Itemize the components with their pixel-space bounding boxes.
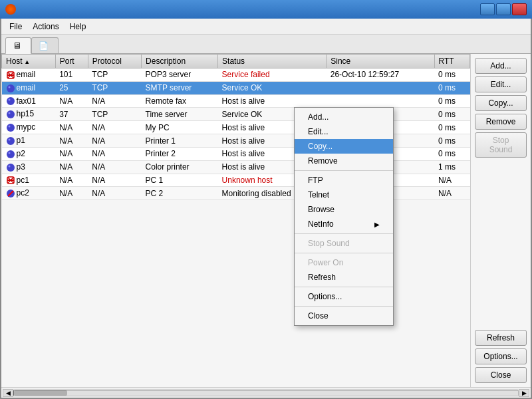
svg-point-17 [7, 164, 15, 172]
table-row[interactable]: p2 N/A N/A Printer 2 Host is alive 0 ms [2, 147, 470, 160]
menu-file[interactable]: File [4, 21, 27, 33]
context-menu-item[interactable]: Copy... [295, 139, 393, 154]
spacer [475, 160, 527, 327]
tab-events[interactable]: 📄 [31, 37, 59, 53]
context-menu-item[interactable]: Refresh [295, 270, 393, 285]
context-menu-item[interactable]: Close [295, 309, 393, 323]
cell-host: p2 [2, 147, 56, 160]
context-menu-item[interactable]: FTP [295, 173, 393, 188]
table-row[interactable]: pc1 N/A N/A PC 1 Unknown host N/A [2, 174, 470, 187]
cell-port: 101 [55, 68, 88, 82]
table-row[interactable]: fax01 N/A N/A Remote fax Host is alive 0… [2, 94, 470, 108]
close-button[interactable]: Close [475, 367, 527, 383]
menu-separator [295, 170, 393, 171]
col-description[interactable]: Description [142, 55, 218, 68]
table-row[interactable]: p3 N/A N/A Color printer Host is alive 1… [2, 160, 470, 174]
cell-rtt: 0 ms [434, 68, 470, 82]
cell-protocol: N/A [88, 94, 141, 108]
context-menu-item[interactable]: Browse [295, 202, 393, 217]
svg-point-7 [7, 97, 15, 105]
svg-point-18 [8, 165, 10, 167]
context-menu-item: Stop Sound [295, 236, 393, 251]
svg-point-11 [7, 124, 15, 132]
col-rtt[interactable]: RTT [434, 55, 470, 68]
context-menu-item[interactable]: NetInfo▶ [295, 217, 393, 231]
cell-rtt: N/A [434, 187, 470, 200]
cell-rtt: 0 ms [434, 81, 470, 94]
cell-description: Printer 1 [142, 134, 218, 148]
svg-point-8 [8, 99, 10, 101]
menu-help[interactable]: Help [65, 21, 92, 33]
svg-point-13 [7, 137, 15, 145]
host-table: Host Port Protocol Description Status Si… [1, 54, 470, 200]
cell-port: N/A [55, 121, 88, 134]
cell-description: Time server [142, 108, 218, 121]
col-status[interactable]: Status [218, 55, 327, 68]
table-area[interactable]: Host Port Protocol Description Status Si… [1, 54, 471, 387]
options-button[interactable]: Options... [475, 348, 527, 364]
cell-status: Service failed [218, 68, 327, 82]
cell-host: email [2, 68, 56, 82]
cell-host: mypc [2, 121, 56, 134]
cell-port: 25 [55, 81, 88, 94]
cell-description: My PC [142, 121, 218, 134]
cell-description: Color printer [142, 160, 218, 174]
svg-point-9 [7, 110, 15, 118]
minimize-button[interactable] [480, 3, 495, 15]
content-area: Host Port Protocol Description Status Si… [1, 54, 531, 387]
cell-protocol: TCP [88, 81, 141, 94]
context-menu-item[interactable]: Edit... [295, 124, 393, 139]
context-menu-item[interactable]: Options... [295, 289, 393, 304]
add-button[interactable]: Add... [475, 58, 527, 74]
refresh-button[interactable]: Refresh [475, 330, 527, 346]
cell-protocol: N/A [88, 134, 141, 148]
context-menu: Add...Edit...Copy...RemoveFTPTelnetBrows… [294, 107, 394, 326]
cell-port: N/A [55, 134, 88, 148]
svg-point-5 [7, 84, 15, 92]
scrollbar-area: ◀ ▶ [1, 387, 531, 398]
col-host[interactable]: Host [2, 55, 56, 68]
scroll-left[interactable]: ◀ [3, 389, 13, 397]
submenu-arrow: ▶ [374, 221, 380, 228]
sidebar: Add... Edit... Copy... Remove Stop Sound… [471, 54, 531, 387]
tab-monitor[interactable]: 🖥 [5, 37, 31, 54]
scrollbar-track[interactable] [13, 390, 519, 396]
col-since[interactable]: Since [327, 55, 434, 68]
menu-separator [295, 253, 393, 253]
cell-description: SMTP server [142, 81, 218, 94]
table-row[interactable]: hp15 37 TCP Time server Service OK 0 ms [2, 108, 470, 121]
context-menu-item[interactable]: Add... [295, 110, 393, 124]
col-protocol[interactable]: Protocol [88, 55, 141, 68]
table-row[interactable]: email 101 TCP POP3 server Service failed… [2, 68, 470, 82]
stop-sound-button[interactable]: Stop Sound [475, 132, 527, 158]
scrollbar-thumb[interactable] [14, 390, 67, 396]
context-menu-item[interactable]: Telnet [295, 188, 393, 202]
context-menu-item[interactable]: Remove [295, 154, 393, 168]
cell-status: Service OK [218, 81, 327, 94]
cell-rtt: 0 ms [434, 147, 470, 160]
menubar: File Actions Help [1, 19, 531, 35]
scroll-right[interactable]: ▶ [519, 389, 529, 397]
table-row[interactable]: mypc N/A N/A My PC Host is alive 0 ms [2, 121, 470, 134]
cell-protocol: N/A [88, 160, 141, 174]
svg-point-10 [8, 112, 10, 114]
edit-button[interactable]: Edit... [475, 76, 527, 92]
cell-host: p3 [2, 160, 56, 174]
svg-point-12 [8, 126, 10, 128]
table-row[interactable]: email 25 TCP SMTP server Service OK 0 ms [2, 81, 470, 94]
table-row[interactable]: p1 N/A N/A Printer 1 Host is alive 0 ms [2, 134, 470, 148]
copy-button[interactable]: Copy... [475, 95, 527, 111]
menu-actions[interactable]: Actions [27, 21, 64, 33]
menu-separator [295, 287, 393, 287]
remove-button[interactable]: Remove [475, 114, 527, 130]
close-window-button[interactable] [512, 3, 527, 15]
col-port[interactable]: Port [55, 55, 88, 68]
cell-rtt: N/A [434, 174, 470, 187]
cell-host: p1 [2, 134, 56, 148]
cell-host: email [2, 81, 56, 94]
maximize-button[interactable] [496, 3, 511, 15]
cell-description: Printer 2 [142, 147, 218, 160]
cell-description: POP3 server [142, 68, 218, 82]
table-row[interactable]: pc2 N/A N/A PC 2 Monitoring disabled N/A [2, 187, 470, 200]
svg-point-6 [8, 86, 10, 88]
